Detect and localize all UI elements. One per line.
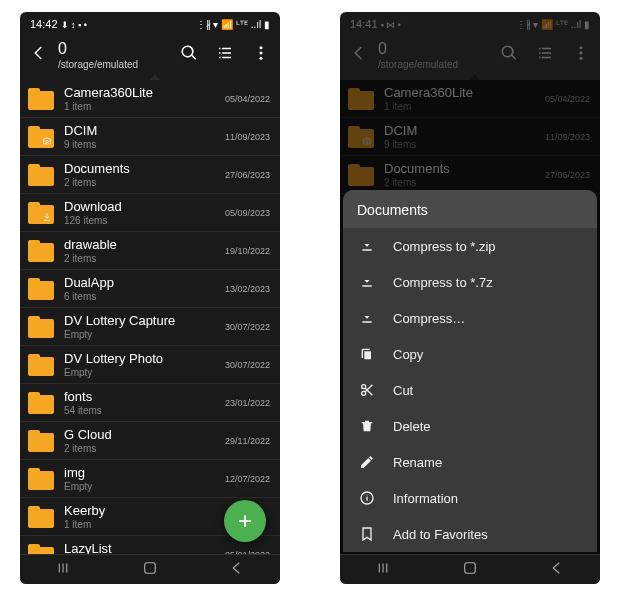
sheet-action[interactable]: Delete	[343, 408, 597, 444]
svg-point-11	[366, 140, 369, 143]
view-list-icon[interactable]	[536, 44, 554, 66]
header-text[interactable]: 0 /storage/emulated	[58, 40, 180, 70]
nav-bar	[340, 554, 600, 584]
header-title: 0	[378, 40, 500, 58]
folder-name: G Cloud	[64, 427, 221, 442]
sheet-action[interactable]: Compress…	[343, 300, 597, 336]
folder-row[interactable]: DV Lottery Capture Empty 30/07/2022	[20, 308, 280, 346]
sheet-action-label: Cut	[393, 383, 413, 398]
folder-icon	[28, 278, 54, 300]
sheet-action[interactable]: Compress to *.7z	[343, 264, 597, 300]
svg-point-3	[46, 140, 49, 143]
nav-home-button[interactable]	[461, 559, 479, 581]
overflow-menu-icon[interactable]	[572, 44, 590, 66]
folder-sub: 54 items	[64, 405, 221, 416]
folder-date: 11/09/2023	[545, 132, 590, 142]
folder-row[interactable]: DV Lottery Photo Empty 30/07/2022	[20, 346, 280, 384]
overflow-menu-icon[interactable]	[252, 44, 270, 66]
copy-icon	[357, 346, 377, 362]
folder-date: 12/07/2022	[225, 474, 270, 484]
folder-row[interactable]: Download 126 items 05/09/2023	[20, 194, 280, 232]
folder-name: DualApp	[64, 275, 221, 290]
search-icon[interactable]	[500, 44, 518, 66]
folder-row[interactable]: DCIM 9 items 11/09/2023	[20, 118, 280, 156]
folder-name: Documents	[384, 161, 541, 176]
folder-date: 30/07/2022	[225, 322, 270, 332]
sheet-action[interactable]: Rename	[343, 444, 597, 480]
folder-sub: Empty	[64, 367, 221, 378]
sheet-action[interactable]: Cut	[343, 372, 597, 408]
phone-right: 14:41 ▪ ⋈ • ⋮∦ ▾ 📶 ᴸᵀᴱ ..ıl ▮ 0 /storage…	[340, 12, 600, 584]
folder-name: fonts	[64, 389, 221, 404]
cut-icon	[357, 382, 377, 398]
folder-name: img	[64, 465, 221, 480]
folder-row[interactable]: Camera360Lite 1 item 05/04/2022	[20, 80, 280, 118]
folder-sub: 2 items	[64, 443, 221, 454]
nav-back-button[interactable]	[228, 559, 246, 581]
folder-sub: Empty	[64, 481, 221, 492]
sheet-action-label: Rename	[393, 455, 442, 470]
folder-name: Download	[64, 199, 221, 214]
folder-row[interactable]: DualApp 6 items 13/02/2023	[20, 270, 280, 308]
nav-home-button[interactable]	[141, 559, 159, 581]
folder-row[interactable]: Documents 2 items 27/06/2023	[20, 156, 280, 194]
sheet-action[interactable]: Add to Favorites	[343, 516, 597, 552]
status-bar: 14:41 ▪ ⋈ • ⋮∦ ▾ 📶 ᴸᵀᴱ ..ıl ▮	[340, 12, 600, 34]
folder-name: Camera360Lite	[64, 85, 221, 100]
back-button[interactable]	[350, 44, 372, 67]
folder-row[interactable]: drawable 2 items 19/10/2022	[20, 232, 280, 270]
back-button[interactable]	[30, 44, 52, 67]
svg-point-10	[580, 57, 583, 60]
folder-sub: 2 items	[384, 177, 541, 188]
folder-row[interactable]: DCIM 9 items 11/09/2023	[340, 118, 600, 156]
folder-date: 05/04/2022	[545, 94, 590, 104]
folder-row[interactable]: G Cloud 2 items 29/11/2022	[20, 422, 280, 460]
status-right: ⋮∦ ▾ 📶 ᴸᵀᴱ ..ıl ▮	[516, 19, 590, 30]
folder-sub: Empty	[64, 329, 221, 340]
sheet-action[interactable]: Information	[343, 480, 597, 516]
folder-date: 30/07/2022	[225, 360, 270, 370]
svg-rect-18	[465, 562, 476, 573]
folder-icon	[28, 240, 54, 262]
status-left: 14:41 ▪ ⋈ •	[350, 18, 401, 30]
folder-icon	[28, 468, 54, 490]
search-icon[interactable]	[180, 44, 198, 66]
svg-point-2	[260, 57, 263, 60]
nav-back-button[interactable]	[548, 559, 566, 581]
svg-point-1	[260, 52, 263, 55]
folder-row[interactable]: Documents 2 items 27/06/2023	[340, 156, 600, 194]
folder-row[interactable]: fonts 54 items 23/01/2022	[20, 384, 280, 422]
folder-sub: 9 items	[384, 139, 541, 150]
folder-date: 05/04/2022	[225, 94, 270, 104]
fab-add-button[interactable]: +	[224, 500, 266, 542]
folder-row[interactable]: img Empty 12/07/2022	[20, 460, 280, 498]
nav-recents-button[interactable]	[54, 559, 72, 581]
folder-name: DV Lottery Capture	[64, 313, 221, 328]
view-list-icon[interactable]	[216, 44, 234, 66]
folder-date: 13/02/2023	[225, 284, 270, 294]
folder-sub: 126 items	[64, 215, 221, 226]
folder-row[interactable]: Camera360Lite 1 item 05/04/2022	[340, 80, 600, 118]
folder-icon	[28, 506, 54, 528]
folder-date: 27/06/2023	[225, 170, 270, 180]
rename-icon	[357, 454, 377, 470]
folder-name: Camera360Lite	[384, 85, 541, 100]
nav-recents-button[interactable]	[374, 559, 392, 581]
sheet-action[interactable]: Copy	[343, 336, 597, 372]
sheet-action[interactable]: Compress to *.zip	[343, 228, 597, 264]
header-title: 0	[58, 40, 180, 58]
folder-list[interactable]: Camera360Lite 1 item 05/04/2022 DCIM 9 i…	[20, 80, 280, 554]
header-text[interactable]: 0 /storage/emulated	[378, 40, 500, 70]
folder-date: 23/01/2022	[225, 398, 270, 408]
favorite-icon	[357, 526, 377, 542]
header-path: /storage/emulated	[378, 59, 500, 70]
download-icon	[357, 274, 377, 290]
folder-icon	[28, 544, 54, 555]
sheet-action-label: Compress to *.7z	[393, 275, 493, 290]
download-icon	[357, 310, 377, 326]
folder-icon	[28, 430, 54, 452]
folder-name: drawable	[64, 237, 221, 252]
header-path: /storage/emulated	[58, 59, 180, 70]
sheet-action-label: Add to Favorites	[393, 527, 488, 542]
path-indicator-icon	[150, 74, 160, 80]
